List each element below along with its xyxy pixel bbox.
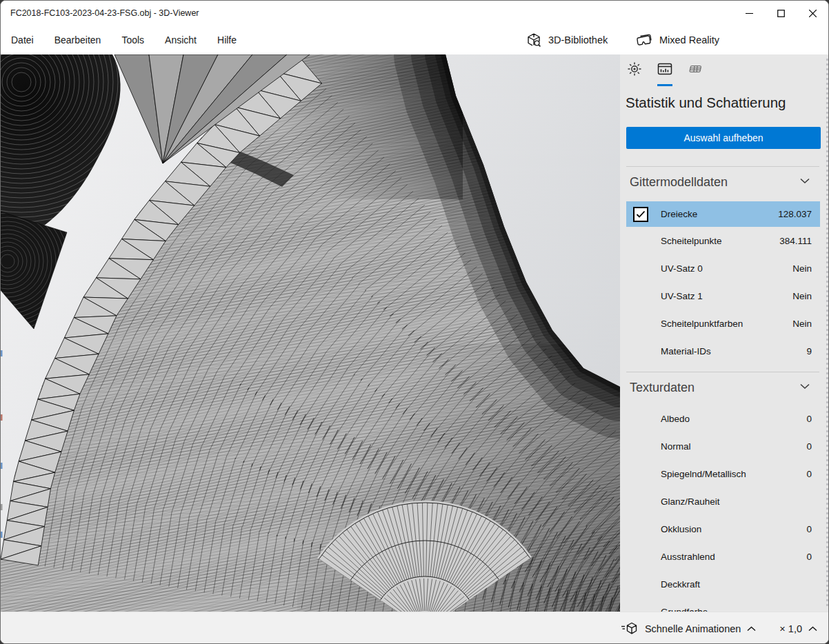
- window-title: FC2018-FC103-2023-04-23-FSG.obj - 3D-Vie…: [10, 8, 199, 18]
- texture-data-rows: Albedo 0 Normal 0 Spiegelnd/Metallisch 0…: [626, 405, 820, 612]
- row-label: Grundfarbe: [661, 607, 708, 612]
- table-row-normal[interactable]: Normal 0: [626, 432, 820, 460]
- sun-icon: [627, 61, 642, 77]
- zoom-level-label: × 1,0: [779, 623, 802, 634]
- row-label: Deckkraft: [661, 579, 700, 590]
- menu-item-bearbeiten[interactable]: Bearbeiten: [53, 33, 103, 47]
- row-label: Scheitelpunktfarben: [661, 319, 743, 329]
- menu-item-hilfe[interactable]: Hilfe: [216, 33, 238, 47]
- row-value: 9: [806, 346, 812, 356]
- row-label: UV-Satz 1: [661, 291, 703, 301]
- animated-cube-icon: [621, 622, 639, 636]
- app-window: FC2018-FC103-2023-04-23-FSG.obj - 3D-Vie…: [0, 0, 829, 644]
- section-title: Texturdaten: [630, 381, 695, 395]
- mixed-reality-label: Mixed Reality: [659, 34, 719, 46]
- table-row-ausstrahlend[interactable]: Ausstrahlend 0: [626, 543, 820, 570]
- row-label: Albedo: [661, 414, 690, 424]
- table-row-albedo[interactable]: Albedo 0: [626, 405, 820, 432]
- table-row-uv-satz-1[interactable]: UV-Satz 1 Nein: [626, 282, 820, 310]
- menu-item-tools[interactable]: Tools: [120, 33, 146, 47]
- animation-speed-label: Schnelle Animationen: [645, 623, 741, 634]
- row-value: 0: [806, 469, 812, 479]
- mixed-reality-group: Mixed Reality: [636, 26, 719, 54]
- row-checkbox[interactable]: [633, 207, 648, 222]
- 3d-library-label: 3D-Bibliothek: [548, 34, 608, 46]
- mesh-wireframe-canvas[interactable]: [1, 54, 620, 612]
- 3d-library-button[interactable]: 3D-Bibliothek: [526, 26, 608, 54]
- section-title: Gittermodelldaten: [630, 175, 728, 190]
- menu-items: Datei Bearbeiten Tools Ansicht Hilfe: [10, 26, 238, 54]
- table-row-scheitelpunkte[interactable]: Scheitelpunkte 384.111: [626, 227, 820, 254]
- minimize-button[interactable]: [733, 1, 765, 26]
- stats-panel: Statistik und Schattierung Auswahl aufhe…: [620, 54, 829, 612]
- row-value: 0: [806, 414, 812, 424]
- active-tab-underline: [657, 84, 672, 86]
- tab-lighting[interactable]: [627, 61, 642, 79]
- row-value: Nein: [792, 263, 812, 274]
- row-value: Nein: [792, 291, 812, 301]
- menu-item-datei[interactable]: Datei: [10, 33, 35, 47]
- divider: [626, 166, 819, 167]
- chevron-down-icon: [800, 383, 810, 390]
- chevron-up-icon: [747, 626, 756, 632]
- row-value: 128.037: [778, 209, 812, 219]
- row-value: 0: [806, 441, 812, 452]
- caption-buttons: [733, 1, 828, 26]
- minimize-icon: [746, 10, 753, 17]
- maximize-icon: [777, 10, 785, 17]
- row-label: Dreiecke: [661, 209, 697, 219]
- row-value: 0: [806, 552, 812, 562]
- cube-search-icon: [526, 32, 542, 48]
- table-row-deckkraft[interactable]: Deckkraft: [626, 570, 820, 598]
- animation-speed-dropdown[interactable]: Schnelle Animationen: [621, 622, 756, 636]
- close-icon: [809, 10, 817, 17]
- close-button[interactable]: [797, 1, 828, 26]
- tab-wireframe[interactable]: [688, 61, 703, 79]
- section-header-texture-data[interactable]: Texturdaten: [626, 377, 821, 398]
- chevron-down-icon: [800, 178, 810, 184]
- row-label: Normal: [661, 441, 691, 452]
- stats-chart-icon: [657, 61, 672, 77]
- table-row-okklusion[interactable]: Okklusion 0: [626, 515, 820, 543]
- section-header-mesh-data[interactable]: Gittermodelldaten: [626, 172, 821, 192]
- row-value: 384.111: [779, 236, 812, 246]
- clear-selection-button[interactable]: Auswahl aufheben: [626, 127, 821, 149]
- panel-tabs: [627, 61, 703, 79]
- wireframe-grid-icon: [688, 61, 703, 77]
- row-label: Material-IDs: [661, 346, 711, 356]
- zoom-level-dropdown[interactable]: × 1,0: [779, 623, 817, 634]
- row-label: Ausstrahlend: [661, 552, 715, 562]
- mesh-data-rows: Dreiecke 128.037 Scheitelpunkte 384.111 …: [626, 201, 820, 365]
- 3d-viewport[interactable]: [1, 54, 620, 612]
- row-label: UV-Satz 0: [661, 263, 703, 274]
- chevron-up-icon: [808, 626, 817, 632]
- mixed-reality-icon: [636, 32, 653, 48]
- row-label: Spiegelnd/Metallisch: [661, 469, 746, 479]
- panel-title: Statistik und Schattierung: [626, 94, 786, 111]
- status-bar: Schnelle Animationen × 1,0: [1, 612, 828, 644]
- row-label: Okklusion: [661, 524, 701, 534]
- panel-scrollbar[interactable]: [826, 59, 828, 607]
- maximize-button[interactable]: [765, 1, 797, 26]
- table-row-grundfarbe[interactable]: Grundfarbe: [626, 598, 820, 612]
- table-row-scheitelpunktfarben[interactable]: Scheitelpunktfarben Nein: [626, 310, 820, 337]
- check-icon: [636, 210, 646, 219]
- menu-bar: Datei Bearbeiten Tools Ansicht Hilfe 3D-…: [1, 26, 828, 54]
- row-value: Nein: [792, 319, 812, 329]
- row-label: Glanz/Rauheit: [661, 496, 720, 507]
- table-row-uv-satz-0[interactable]: UV-Satz 0 Nein: [626, 254, 820, 282]
- table-row-glanz-rauheit[interactable]: Glanz/Rauheit: [626, 487, 820, 515]
- title-bar: FC2018-FC103-2023-04-23-FSG.obj - 3D-Vie…: [1, 1, 828, 26]
- row-label: Scheitelpunkte: [661, 236, 722, 246]
- table-row-material-ids[interactable]: Material-IDs 9: [626, 337, 820, 365]
- row-value: 0: [806, 524, 812, 534]
- table-row-dreiecke[interactable]: Dreiecke 128.037: [626, 201, 820, 227]
- divider: [626, 372, 819, 372]
- table-row-spiegelnd-metallisch[interactable]: Spiegelnd/Metallisch 0: [626, 460, 820, 487]
- menu-item-ansicht[interactable]: Ansicht: [163, 33, 198, 47]
- tab-statistics[interactable]: [657, 61, 672, 79]
